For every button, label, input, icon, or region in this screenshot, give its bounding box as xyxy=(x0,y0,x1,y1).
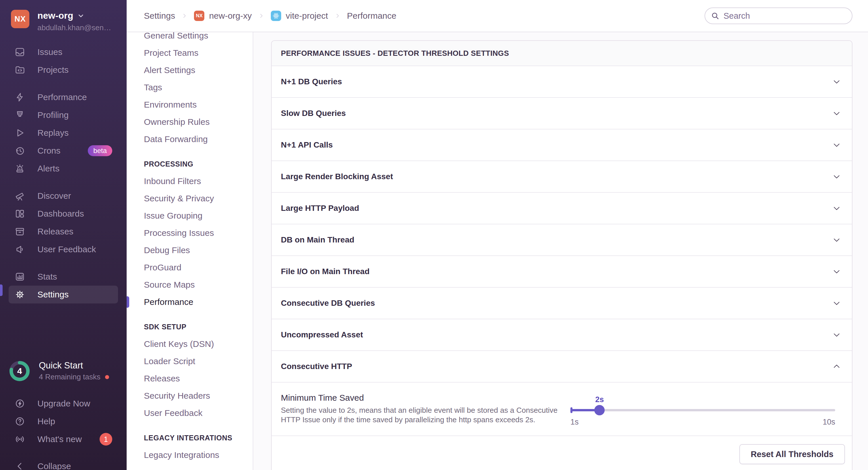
settings-nav-item-inbound-filters[interactable]: Inbound Filters xyxy=(127,173,253,190)
detector-row-consecutive-http[interactable]: Consecutive HTTP xyxy=(272,350,852,382)
lightning-icon xyxy=(14,92,25,103)
sidebar-item-issues[interactable]: Issues xyxy=(9,43,118,61)
flash-icon xyxy=(14,110,25,121)
telescope-icon xyxy=(14,191,25,201)
search-icon xyxy=(711,11,719,20)
chevron-down-icon xyxy=(832,172,841,181)
quick-start[interactable]: 4 Quick Start 4 Remaining tasks xyxy=(9,360,118,381)
sidebar-item-user-feedback[interactable]: User Feedback xyxy=(9,240,118,258)
sidebar-item-projects[interactable]: Projects xyxy=(9,61,118,79)
settings-nav-item-tags[interactable]: Tags xyxy=(127,79,253,96)
sidebar-item-replays[interactable]: Replays xyxy=(9,124,118,142)
detector-row-n-1-db-queries[interactable]: N+1 DB Queries xyxy=(272,66,852,97)
settings-nav-item-environments[interactable]: Environments xyxy=(127,96,253,113)
sidebar-item-label: User Feedback xyxy=(37,244,96,254)
main-sidebar: NX new-org abdullah.khan@sen… IssuesProj… xyxy=(0,0,127,470)
detector-row-consecutive-db-queries[interactable]: Consecutive DB Queries xyxy=(272,287,852,319)
chevron-up-icon xyxy=(832,362,841,371)
clock-rewind-icon xyxy=(14,145,25,156)
breadcrumb-label: Settings xyxy=(144,11,175,21)
settings-nav-item-data-forwarding[interactable]: Data Forwarding xyxy=(127,131,253,148)
settings-nav-item-ownership-rules[interactable]: Ownership Rules xyxy=(127,113,253,131)
chevron-down-icon xyxy=(832,109,841,118)
broadcast-icon xyxy=(14,434,25,445)
sidebar-item-settings[interactable]: Settings xyxy=(9,286,118,303)
breadcrumb-new-org-xy[interactable]: NXnew-org-xy xyxy=(194,11,251,21)
search-input[interactable] xyxy=(723,11,846,21)
detector-row-n-1-api-calls[interactable]: N+1 API Calls xyxy=(272,129,852,161)
sidebar-item-discover[interactable]: Discover xyxy=(9,187,118,205)
detector-row-db-on-main-thread[interactable]: DB on Main Thread xyxy=(272,224,852,256)
breadcrumb-vite-project[interactable]: vite-project xyxy=(271,11,328,21)
quick-start-count: 4 xyxy=(9,361,30,381)
sidebar-item-label: Discover xyxy=(37,191,71,201)
breadcrumb-settings[interactable]: Settings xyxy=(144,11,175,21)
sidebar-item-help[interactable]: Help xyxy=(9,412,118,430)
settings-nav-item-general-settings[interactable]: General Settings xyxy=(127,32,253,44)
sidebar-item-stats[interactable]: Stats xyxy=(9,268,118,286)
react-icon xyxy=(271,11,281,21)
settings-nav-item-security-headers[interactable]: Security Headers xyxy=(127,387,253,404)
topbar: SettingsNXnew-org-xyvite-projectPerforma… xyxy=(127,0,868,32)
folder-code-icon xyxy=(14,64,25,75)
settings-nav-item-performance[interactable]: Performance xyxy=(127,293,253,311)
detector-row-title: Consecutive HTTP xyxy=(281,362,352,371)
breadcrumb-label: new-org-xy xyxy=(209,11,251,21)
settings-nav-item-legacy-integrations[interactable]: Legacy Integrations xyxy=(127,446,253,464)
detector-row-title: N+1 DB Queries xyxy=(281,77,342,86)
detector-row-file-i-o-on-main-thread[interactable]: File I/O on Main Thread xyxy=(272,256,852,287)
settings-nav-item-proguard[interactable]: ProGuard xyxy=(127,259,253,276)
settings-nav-item-issue-grouping[interactable]: Issue Grouping xyxy=(127,207,253,224)
org-switcher[interactable]: NX new-org abdullah.khan@sen… xyxy=(0,0,127,32)
sidebar-item-label: Dashboards xyxy=(37,209,84,219)
inbox-icon xyxy=(14,46,25,58)
sidebar-item-label: Settings xyxy=(37,290,68,299)
chevron-down-icon xyxy=(832,204,841,212)
settings-nav-item-alert-settings[interactable]: Alert Settings xyxy=(127,62,253,79)
settings-nav-item-user-feedback[interactable]: User Feedback xyxy=(127,404,253,422)
settings-nav-item-debug-files[interactable]: Debug Files xyxy=(127,242,253,259)
detector-row-uncompressed-asset[interactable]: Uncompressed Asset xyxy=(272,319,852,350)
slider-track[interactable] xyxy=(570,409,835,411)
play-icon xyxy=(14,127,25,138)
setting-label: Minimum Time Saved xyxy=(281,393,561,403)
breadcrumb-label: vite-project xyxy=(286,11,328,21)
collapse-button[interactable]: Collapse xyxy=(9,457,118,470)
sidebar-item-upgrade-now[interactable]: Upgrade Now xyxy=(9,395,118,412)
slider-thumb[interactable] xyxy=(594,405,604,415)
sidebar-item-performance[interactable]: Performance xyxy=(9,88,118,106)
sidebar-active-indicator xyxy=(0,284,3,296)
settings-nav-item-processing-issues[interactable]: Processing Issues xyxy=(127,224,253,242)
sidebar-item-crons[interactable]: Cronsbeta xyxy=(9,142,118,160)
sidebar-nav: IssuesProjectsPerformanceProfilingReplay… xyxy=(0,43,127,303)
beta-badge: beta xyxy=(88,145,112,156)
sidebar-item-releases[interactable]: Releases xyxy=(9,223,118,240)
reset-all-thresholds-button[interactable]: Reset All Thresholds xyxy=(739,444,845,464)
dashboard-grid-icon xyxy=(14,208,25,219)
settings-nav-item-releases[interactable]: Releases xyxy=(127,370,253,387)
setting-description: Setting the value to 2s, means that an e… xyxy=(281,406,561,425)
sidebar-item-profiling[interactable]: Profiling xyxy=(9,106,118,124)
settings-nav-item-project-teams[interactable]: Project Teams xyxy=(127,44,253,62)
chevron-right-icon xyxy=(334,13,341,19)
org-meta: new-org abdullah.khan@sen… xyxy=(37,10,111,32)
detector-row-title: Slow DB Queries xyxy=(281,109,346,118)
settings-nav-item-source-maps[interactable]: Source Maps xyxy=(127,276,253,293)
quick-start-progress-ring: 4 xyxy=(9,361,30,381)
detector-row-slow-db-queries[interactable]: Slow DB Queries xyxy=(272,97,852,129)
settings-nav-item-security-privacy[interactable]: Security & Privacy xyxy=(127,190,253,207)
sidebar-item-dashboards[interactable]: Dashboards xyxy=(9,205,118,223)
search-box[interactable] xyxy=(705,7,852,24)
settings-nav-item-client-keys-dsn[interactable]: Client Keys (DSN) xyxy=(127,335,253,352)
sidebar-item-alerts[interactable]: Alerts xyxy=(9,160,118,177)
detector-row-large-http-payload[interactable]: Large HTTP Payload xyxy=(272,192,852,224)
slider-max-label: 10s xyxy=(823,418,835,427)
sidebar-item-what-s-new[interactable]: What's new1 xyxy=(9,430,118,448)
breadcrumb-performance[interactable]: Performance xyxy=(347,11,397,21)
circle-question-icon xyxy=(14,416,25,427)
app-root: NX new-org abdullah.khan@sen… IssuesProj… xyxy=(0,0,868,470)
detector-row-large-render-blocking-asset[interactable]: Large Render Blocking Asset xyxy=(272,161,852,192)
sidebar-item-label: Releases xyxy=(37,227,73,236)
settings-nav-item-loader-script[interactable]: Loader Script xyxy=(127,352,253,370)
org-name: new-org xyxy=(37,10,73,21)
